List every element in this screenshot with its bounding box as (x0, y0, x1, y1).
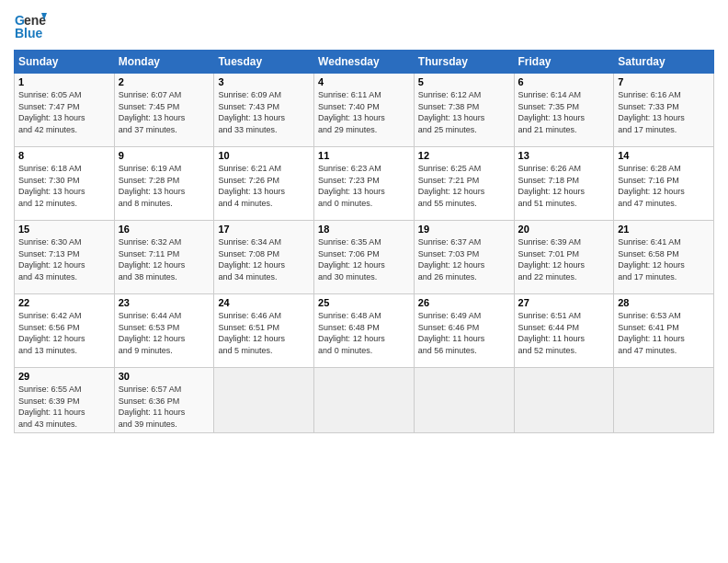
calendar-cell: 28Sunrise: 6:53 AM Sunset: 6:41 PM Dayli… (614, 294, 714, 368)
calendar-cell: 2Sunrise: 6:07 AM Sunset: 7:45 PM Daylig… (114, 74, 214, 147)
calendar-cell: 16Sunrise: 6:32 AM Sunset: 7:11 PM Dayli… (114, 221, 214, 294)
day-number: 6 (518, 76, 610, 87)
calendar-cell (314, 368, 415, 433)
calendar-cell: 22Sunrise: 6:42 AM Sunset: 6:56 PM Dayli… (15, 294, 115, 368)
day-number: 25 (318, 297, 410, 308)
day-number: 2 (119, 76, 210, 87)
calendar-cell: 3Sunrise: 6:09 AM Sunset: 7:43 PM Daylig… (214, 74, 314, 147)
calendar-cell: 6Sunrise: 6:14 AM Sunset: 7:35 PM Daylig… (514, 74, 614, 147)
calendar-week-row: 8Sunrise: 6:18 AM Sunset: 7:30 PM Daylig… (15, 147, 714, 221)
header-area: G eneral Blue (14, 9, 714, 42)
day-number: 15 (18, 224, 110, 235)
day-detail: Sunrise: 6:21 AM Sunset: 7:26 PM Dayligh… (218, 163, 310, 209)
calendar-cell: 25Sunrise: 6:48 AM Sunset: 6:48 PM Dayli… (314, 294, 415, 368)
day-number: 12 (418, 150, 510, 161)
weekday-header-wednesday: Wednesday (314, 51, 415, 74)
day-detail: Sunrise: 6:51 AM Sunset: 6:44 PM Dayligh… (518, 310, 610, 356)
day-detail: Sunrise: 6:35 AM Sunset: 7:06 PM Dayligh… (318, 236, 410, 282)
calendar-table: SundayMondayTuesdayWednesdayThursdayFrid… (14, 50, 714, 433)
weekday-header-thursday: Thursday (414, 51, 514, 74)
day-number: 28 (618, 297, 710, 308)
day-detail: Sunrise: 6:09 AM Sunset: 7:43 PM Dayligh… (218, 89, 310, 135)
calendar-container: G eneral Blue SundayMondayTuesdayWednesd… (0, 0, 728, 442)
day-number: 30 (119, 371, 210, 382)
calendar-week-row: 15Sunrise: 6:30 AM Sunset: 7:13 PM Dayli… (15, 221, 714, 294)
day-number: 16 (119, 224, 210, 235)
day-number: 1 (18, 76, 110, 87)
calendar-cell: 15Sunrise: 6:30 AM Sunset: 7:13 PM Dayli… (15, 221, 115, 294)
day-detail: Sunrise: 6:39 AM Sunset: 7:01 PM Dayligh… (518, 236, 610, 282)
day-number: 20 (518, 224, 610, 235)
weekday-header-friday: Friday (514, 51, 614, 74)
svg-text:Blue: Blue (15, 26, 43, 40)
day-detail: Sunrise: 6:28 AM Sunset: 7:16 PM Dayligh… (618, 163, 710, 209)
day-number: 4 (318, 76, 410, 87)
calendar-cell (514, 368, 614, 433)
calendar-cell: 18Sunrise: 6:35 AM Sunset: 7:06 PM Dayli… (314, 221, 415, 294)
day-detail: Sunrise: 6:23 AM Sunset: 7:23 PM Dayligh… (318, 163, 410, 209)
day-number: 18 (318, 224, 410, 235)
calendar-cell: 26Sunrise: 6:49 AM Sunset: 6:46 PM Dayli… (414, 294, 514, 368)
day-detail: Sunrise: 6:30 AM Sunset: 7:13 PM Dayligh… (18, 236, 110, 282)
day-number: 9 (119, 150, 210, 161)
day-number: 19 (418, 224, 510, 235)
day-number: 29 (18, 371, 110, 382)
calendar-cell: 17Sunrise: 6:34 AM Sunset: 7:08 PM Dayli… (214, 221, 314, 294)
day-number: 17 (218, 224, 310, 235)
calendar-cell: 19Sunrise: 6:37 AM Sunset: 7:03 PM Dayli… (414, 221, 514, 294)
day-detail: Sunrise: 6:14 AM Sunset: 7:35 PM Dayligh… (518, 89, 610, 135)
calendar-cell: 11Sunrise: 6:23 AM Sunset: 7:23 PM Dayli… (314, 147, 415, 221)
day-number: 13 (518, 150, 610, 161)
day-detail: Sunrise: 6:34 AM Sunset: 7:08 PM Dayligh… (218, 236, 310, 282)
logo: G eneral Blue (14, 9, 51, 42)
calendar-cell: 12Sunrise: 6:25 AM Sunset: 7:21 PM Dayli… (414, 147, 514, 221)
calendar-cell: 10Sunrise: 6:21 AM Sunset: 7:26 PM Dayli… (214, 147, 314, 221)
calendar-cell: 21Sunrise: 6:41 AM Sunset: 6:58 PM Dayli… (614, 221, 714, 294)
day-number: 5 (418, 76, 510, 87)
day-detail: Sunrise: 6:11 AM Sunset: 7:40 PM Dayligh… (318, 89, 410, 135)
weekday-header-sunday: Sunday (15, 51, 115, 74)
day-number: 23 (119, 297, 210, 308)
day-detail: Sunrise: 6:18 AM Sunset: 7:30 PM Dayligh… (18, 163, 110, 209)
calendar-cell: 29Sunrise: 6:55 AM Sunset: 6:39 PM Dayli… (15, 368, 115, 433)
calendar-week-row: 22Sunrise: 6:42 AM Sunset: 6:56 PM Dayli… (15, 294, 714, 368)
day-number: 21 (618, 224, 710, 235)
calendar-cell: 1Sunrise: 6:05 AM Sunset: 7:47 PM Daylig… (15, 74, 115, 147)
calendar-week-row: 1Sunrise: 6:05 AM Sunset: 7:47 PM Daylig… (15, 74, 714, 147)
day-number: 3 (218, 76, 310, 87)
day-detail: Sunrise: 6:07 AM Sunset: 7:45 PM Dayligh… (119, 89, 210, 135)
day-detail: Sunrise: 6:26 AM Sunset: 7:18 PM Dayligh… (518, 163, 610, 209)
day-detail: Sunrise: 6:25 AM Sunset: 7:21 PM Dayligh… (418, 163, 510, 209)
weekday-header-row: SundayMondayTuesdayWednesdayThursdayFrid… (15, 51, 714, 74)
calendar-cell (614, 368, 714, 433)
calendar-cell: 24Sunrise: 6:46 AM Sunset: 6:51 PM Dayli… (214, 294, 314, 368)
day-detail: Sunrise: 6:41 AM Sunset: 6:58 PM Dayligh… (618, 236, 710, 282)
day-detail: Sunrise: 6:19 AM Sunset: 7:28 PM Dayligh… (119, 163, 210, 209)
day-detail: Sunrise: 6:32 AM Sunset: 7:11 PM Dayligh… (119, 236, 210, 282)
day-number: 26 (418, 297, 510, 308)
calendar-cell: 8Sunrise: 6:18 AM Sunset: 7:30 PM Daylig… (15, 147, 115, 221)
calendar-cell (214, 368, 314, 433)
calendar-cell: 5Sunrise: 6:12 AM Sunset: 7:38 PM Daylig… (414, 74, 514, 147)
day-detail: Sunrise: 6:53 AM Sunset: 6:41 PM Dayligh… (618, 310, 710, 356)
calendar-cell (414, 368, 514, 433)
calendar-cell: 23Sunrise: 6:44 AM Sunset: 6:53 PM Dayli… (114, 294, 214, 368)
day-number: 24 (218, 297, 310, 308)
day-detail: Sunrise: 6:46 AM Sunset: 6:51 PM Dayligh… (218, 310, 310, 356)
day-detail: Sunrise: 6:37 AM Sunset: 7:03 PM Dayligh… (418, 236, 510, 282)
day-detail: Sunrise: 6:44 AM Sunset: 6:53 PM Dayligh… (119, 310, 210, 356)
day-number: 7 (618, 76, 710, 87)
day-number: 22 (18, 297, 110, 308)
day-detail: Sunrise: 6:16 AM Sunset: 7:33 PM Dayligh… (618, 89, 710, 135)
day-number: 14 (618, 150, 710, 161)
weekday-header-monday: Monday (114, 51, 214, 74)
logo-shape: G eneral Blue (14, 9, 47, 42)
calendar-cell: 20Sunrise: 6:39 AM Sunset: 7:01 PM Dayli… (514, 221, 614, 294)
calendar-cell: 4Sunrise: 6:11 AM Sunset: 7:40 PM Daylig… (314, 74, 415, 147)
weekday-header-tuesday: Tuesday (214, 51, 314, 74)
logo-svg: G eneral Blue (14, 9, 47, 42)
calendar-cell: 27Sunrise: 6:51 AM Sunset: 6:44 PM Dayli… (514, 294, 614, 368)
day-detail: Sunrise: 6:12 AM Sunset: 7:38 PM Dayligh… (418, 89, 510, 135)
weekday-header-saturday: Saturday (614, 51, 714, 74)
day-number: 10 (218, 150, 310, 161)
